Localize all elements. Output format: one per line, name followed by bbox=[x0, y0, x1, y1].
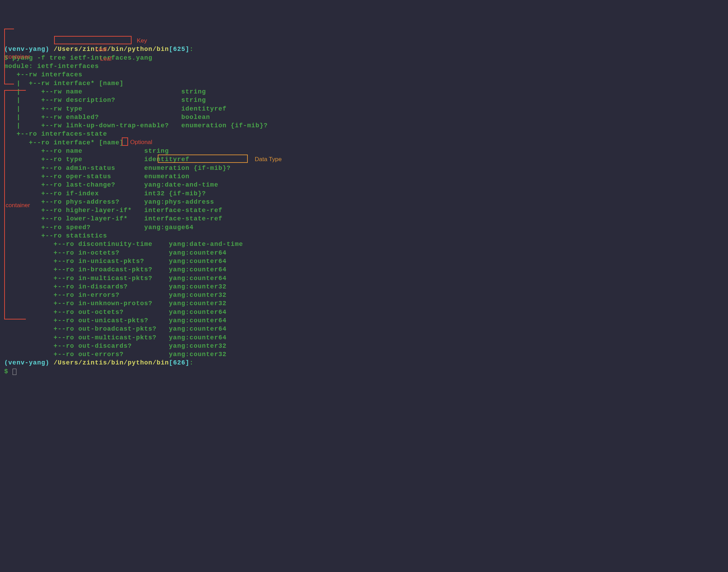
tree-line: +--ro last-change? yang:date-and-time bbox=[4, 181, 218, 188]
tree-line: +--ro out-discards? yang:counter32 bbox=[4, 343, 226, 349]
tree-line: +--ro in-discards? yang:counter32 bbox=[4, 283, 226, 290]
prompt-path: /Users/zintis/bin/python/bin bbox=[54, 359, 169, 366]
tree-line: +--ro interfaces-state bbox=[4, 130, 107, 137]
prompt-path: /Users/zintis/bin/python/bin bbox=[54, 46, 169, 53]
command-line-1[interactable]: $ pyang -f tree ietf-interfaces.yang bbox=[4, 54, 153, 61]
tree-line: | +--rw type identityref bbox=[4, 105, 226, 112]
tree-line: +--ro out-unicast-pkts? yang:counter64 bbox=[4, 317, 226, 324]
tree-line: | +--rw name string bbox=[4, 88, 206, 95]
tree-line: +--ro interface* [name] bbox=[4, 139, 124, 146]
tree-line: +--ro in-octets? yang:counter64 bbox=[4, 249, 226, 256]
tree-line: | +--rw description? string bbox=[4, 97, 206, 104]
tree-line: +--ro phys-address? yang:phys-address bbox=[4, 198, 214, 205]
cursor-icon bbox=[13, 369, 16, 375]
tree-line: +--ro statistics bbox=[4, 232, 107, 239]
terminal-output: (venv-yang) /Users/zintis/bin/python/bin… bbox=[4, 37, 724, 376]
tree-line: | +--rw link-up-down-trap-enable? enumer… bbox=[4, 122, 268, 129]
tree-line: +--ro admin-status enumeration {if-mib}? bbox=[4, 165, 231, 172]
tree-line: +--ro higher-layer-if* interface-state-r… bbox=[4, 207, 223, 214]
tree-line: +--ro out-broadcast-pkts? yang:counter64 bbox=[4, 325, 226, 332]
hist-num: [625] bbox=[169, 46, 190, 53]
venv-name: (venv-yang) bbox=[4, 359, 50, 366]
tree-line: +--ro out-octets? yang:counter64 bbox=[4, 309, 226, 316]
tree-line: | +--rw interface* [name] bbox=[4, 80, 124, 87]
module-line: module: ietf-interfaces bbox=[4, 63, 99, 70]
tree-line: +--ro in-errors? yang:counter32 bbox=[4, 292, 226, 299]
tree-line: +--ro if-index int32 {if-mib}? bbox=[4, 190, 206, 197]
tree-line: +--ro type identityref bbox=[4, 156, 190, 163]
tree-line: +--ro in-unicast-pkts? yang:counter64 bbox=[4, 258, 226, 265]
tree-line: | +--rw enabled? boolean bbox=[4, 114, 210, 121]
command-line-2[interactable]: $ bbox=[4, 368, 16, 375]
prompt-line-2: (venv-yang) /Users/zintis/bin/python/bin… bbox=[4, 359, 194, 366]
tree-line: +--ro speed? yang:gauge64 bbox=[4, 224, 194, 231]
hist-num: [626] bbox=[169, 359, 190, 366]
tree-line: +--ro out-errors? yang:counter32 bbox=[4, 351, 226, 358]
tree-line: +--ro in-unknown-protos? yang:counter32 bbox=[4, 300, 226, 307]
tree-line: +--ro in-broadcast-pkts? yang:counter64 bbox=[4, 266, 226, 273]
tree-line: +--ro in-multicast-pkts? yang:counter64 bbox=[4, 275, 226, 282]
tree-line: +--ro out-multicast-pkts? yang:counter64 bbox=[4, 334, 226, 341]
venv-name: (venv-yang) bbox=[4, 46, 50, 53]
tree-line: +--rw interfaces bbox=[4, 71, 82, 78]
tree-line: +--ro lower-layer-if* interface-state-re… bbox=[4, 215, 223, 222]
prompt-line-1: (venv-yang) /Users/zintis/bin/python/bin… bbox=[4, 46, 194, 53]
tree-line: +--ro oper-status enumeration bbox=[4, 173, 190, 180]
tree-line: +--ro discontinuity-time yang:date-and-t… bbox=[4, 241, 243, 248]
tree-line: +--ro name string bbox=[4, 148, 169, 155]
